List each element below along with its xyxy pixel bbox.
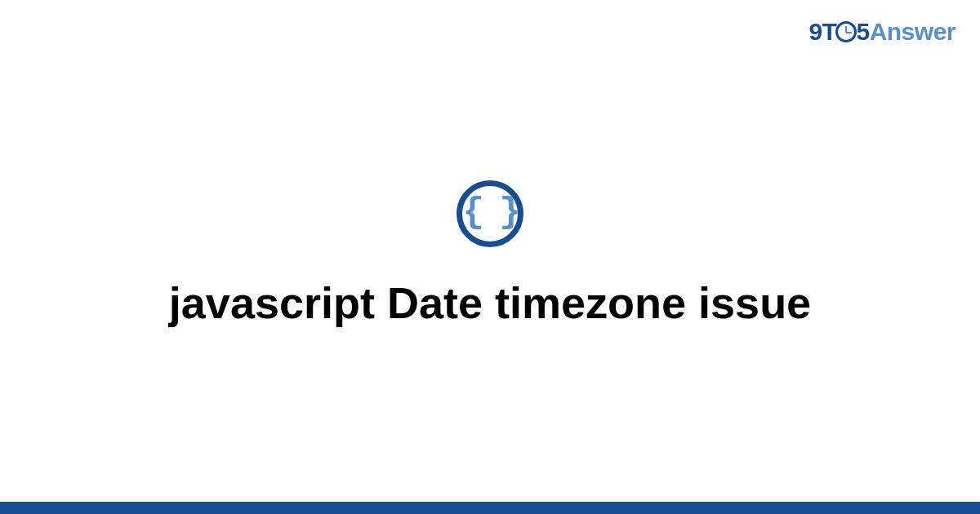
category-icon-circle: { }	[457, 180, 523, 247]
code-braces-icon: { }	[462, 194, 517, 230]
main-content: { } javascript Date timezone issue	[0, 0, 980, 502]
page-title: javascript Date timezone issue	[169, 277, 811, 330]
footer-accent-bar	[0, 502, 980, 514]
